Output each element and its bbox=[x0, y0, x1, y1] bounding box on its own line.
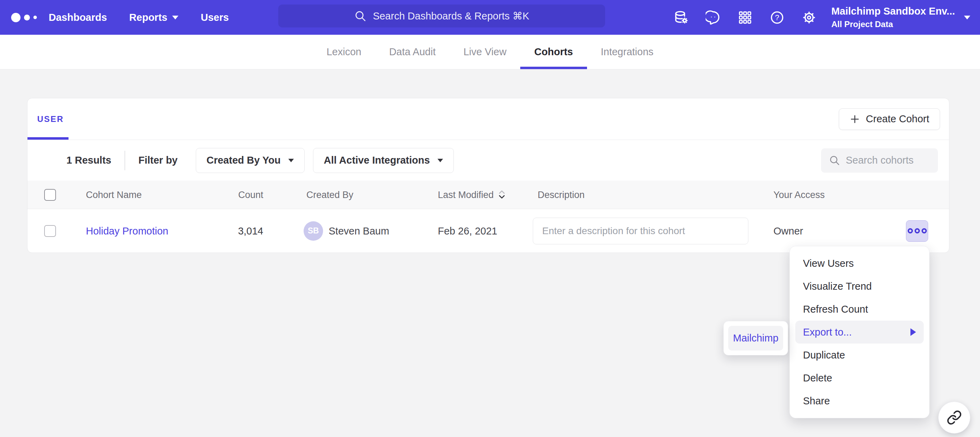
feedback-icon[interactable] bbox=[697, 0, 729, 35]
data-icon[interactable] bbox=[665, 0, 697, 35]
tab-label: Lexicon bbox=[326, 46, 361, 58]
nav-item-label: Users bbox=[200, 12, 229, 23]
nav-right: ? Mailchimp Sandbox Env... All Project D… bbox=[665, 0, 970, 35]
global-search-button[interactable]: Search Dashboards & Reports ⌘K bbox=[278, 5, 605, 27]
row-checkbox[interactable] bbox=[44, 225, 56, 237]
menu-item-label: Delete bbox=[803, 372, 832, 384]
tab-label: Data Audit bbox=[389, 46, 436, 58]
svg-text:?: ? bbox=[775, 13, 779, 22]
search-cohorts-box bbox=[821, 148, 938, 173]
dropdown-value: Created By You bbox=[207, 155, 281, 166]
nav-item-dashboards[interactable]: Dashboards bbox=[49, 12, 107, 23]
logo-dot bbox=[11, 13, 21, 22]
chevron-down-icon bbox=[172, 16, 178, 19]
menu-item-label: Share bbox=[803, 395, 830, 407]
project-scope: All Project Data bbox=[831, 19, 955, 29]
search-icon bbox=[354, 10, 366, 22]
menu-item-label: View Users bbox=[803, 258, 854, 269]
menu-item-visualize-trend[interactable]: Visualize Trend bbox=[795, 275, 924, 298]
integrations-dropdown[interactable]: All Active Integrations bbox=[313, 148, 454, 173]
last-modified-date: Feb 26, 2021 bbox=[438, 225, 497, 237]
mixpanel-logo[interactable] bbox=[11, 0, 37, 35]
active-tab-underline bbox=[27, 137, 68, 139]
tab-label: Cohorts bbox=[534, 46, 573, 58]
nav-items: Dashboards Reports Users bbox=[49, 0, 229, 35]
project-selector[interactable]: Mailchimp Sandbox Env... All Project Dat… bbox=[831, 6, 955, 29]
project-caret-icon[interactable] bbox=[964, 16, 970, 19]
nav-item-label: Dashboards bbox=[49, 12, 107, 23]
column-header-created-by[interactable]: Created By bbox=[306, 189, 353, 200]
tab-lexicon[interactable]: Lexicon bbox=[313, 35, 375, 69]
menu-item-export-to[interactable]: Export to... bbox=[795, 321, 924, 344]
column-header-last-modified[interactable]: Last Modified bbox=[438, 189, 506, 200]
create-cohort-button[interactable]: Create Cohort bbox=[839, 108, 940, 130]
filter-row: 1 Results Filter by Created By You All A… bbox=[27, 140, 949, 180]
top-nav: Dashboards Reports Users Search Dashboar… bbox=[0, 0, 980, 35]
menu-item-label: Refresh Count bbox=[803, 304, 868, 315]
ellipsis-icon bbox=[921, 228, 927, 233]
filter-by-label: Filter by bbox=[138, 155, 178, 166]
menu-item-label: Visualize Trend bbox=[803, 281, 872, 292]
submenu-item-mailchimp[interactable]: Mailchimp bbox=[728, 326, 783, 350]
results-count: 1 Results bbox=[67, 155, 111, 166]
tab-cohorts[interactable]: Cohorts bbox=[520, 35, 587, 69]
menu-item-refresh-count[interactable]: Refresh Count bbox=[795, 298, 924, 321]
search-cohorts-input[interactable] bbox=[846, 155, 930, 166]
table-header: Cohort Name Count Created By Last Modifi… bbox=[27, 180, 949, 209]
access-level: Owner bbox=[773, 225, 803, 237]
create-cohort-label: Create Cohort bbox=[866, 113, 929, 125]
column-header-count[interactable]: Count bbox=[166, 189, 263, 200]
created-by-name: Steven Baum bbox=[329, 225, 389, 237]
menu-item-duplicate[interactable]: Duplicate bbox=[795, 344, 924, 366]
row-context-menu: View Users Visualize Trend Refresh Count… bbox=[789, 246, 929, 418]
description-input[interactable] bbox=[533, 217, 748, 244]
tab-data-audit[interactable]: Data Audit bbox=[375, 35, 450, 69]
logo-dot bbox=[33, 16, 37, 19]
menu-item-delete[interactable]: Delete bbox=[795, 366, 924, 390]
apps-grid-icon[interactable] bbox=[729, 0, 761, 35]
cohort-name-link[interactable]: Holiday Promotion bbox=[86, 225, 168, 237]
nav-item-label: Reports bbox=[129, 12, 168, 23]
tab-label: Integrations bbox=[601, 46, 654, 58]
avatar: SB bbox=[304, 221, 323, 241]
column-header-cohort-name[interactable]: Cohort Name bbox=[86, 189, 142, 200]
nav-item-reports[interactable]: Reports bbox=[129, 12, 179, 23]
divider bbox=[124, 151, 125, 170]
cohorts-panel: USER Create Cohort 1 Results Filter by C… bbox=[27, 98, 950, 253]
chevron-down-icon bbox=[288, 159, 294, 162]
global-search-placeholder: Search Dashboards & Reports ⌘K bbox=[373, 10, 529, 22]
dropdown-value: All Active Integrations bbox=[324, 155, 430, 166]
sort-icon bbox=[498, 190, 506, 200]
select-all-checkbox[interactable] bbox=[44, 189, 56, 201]
export-submenu: Mailchimp bbox=[723, 321, 788, 355]
section-tabbar: Lexicon Data Audit Live View Cohorts Int… bbox=[0, 35, 980, 70]
column-header-label: Last Modified bbox=[438, 189, 494, 200]
menu-item-label: Export to... bbox=[803, 326, 852, 338]
link-icon bbox=[947, 410, 962, 425]
column-header-your-access: Your Access bbox=[773, 189, 825, 200]
tab-label: Live View bbox=[464, 46, 507, 58]
menu-item-view-users[interactable]: View Users bbox=[795, 252, 924, 275]
plus-icon bbox=[850, 114, 860, 124]
logo-dot bbox=[24, 14, 30, 21]
tab-live-view[interactable]: Live View bbox=[450, 35, 520, 69]
nav-item-users[interactable]: Users bbox=[200, 12, 229, 23]
submenu-item-label: Mailchimp bbox=[733, 332, 779, 344]
menu-item-label: Duplicate bbox=[803, 350, 845, 361]
tab-user[interactable]: USER bbox=[37, 114, 64, 124]
copy-link-button[interactable] bbox=[938, 402, 970, 434]
ellipsis-icon bbox=[908, 228, 913, 233]
ellipsis-icon bbox=[915, 228, 920, 233]
project-name: Mailchimp Sandbox Env... bbox=[831, 6, 955, 17]
row-more-actions-button[interactable] bbox=[906, 220, 928, 242]
cohort-count: 3,014 bbox=[166, 225, 263, 237]
created-by-dropdown[interactable]: Created By You bbox=[196, 148, 305, 173]
tab-integrations[interactable]: Integrations bbox=[587, 35, 668, 69]
submenu-arrow-icon bbox=[910, 328, 916, 336]
column-header-description: Description bbox=[538, 189, 585, 200]
menu-item-share[interactable]: Share bbox=[795, 390, 924, 412]
help-icon[interactable]: ? bbox=[761, 0, 793, 35]
chevron-down-icon bbox=[438, 159, 443, 162]
search-icon bbox=[829, 155, 840, 166]
settings-icon[interactable] bbox=[793, 0, 825, 35]
